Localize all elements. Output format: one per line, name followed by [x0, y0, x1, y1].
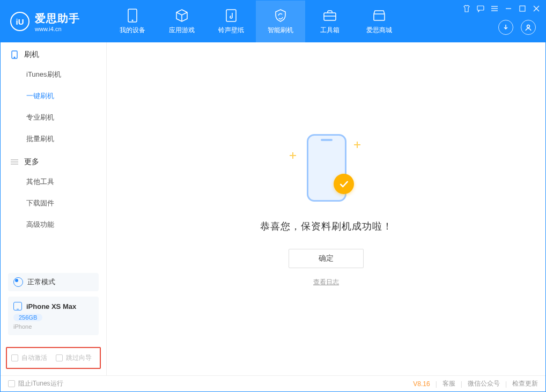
sidebar: 刷机 iTunes刷机 一键刷机 专业刷机 批量刷机 更多 其他工具 下载固件 … [1, 42, 107, 375]
success-illustration [289, 131, 364, 206]
footer-link-check-update[interactable]: 检查更新 [512, 379, 538, 388]
tab-my-device[interactable]: 我的设备 [108, 1, 157, 42]
tab-label: 应用游戏 [169, 26, 195, 35]
checkbox-label: 自动激活 [21, 353, 47, 363]
mode-label: 正常模式 [27, 277, 55, 287]
sidebar-item-advanced[interactable]: 高级功能 [1, 214, 106, 235]
window-controls [463, 5, 540, 12]
svg-rect-12 [520, 6, 525, 11]
cube-icon [175, 9, 189, 23]
ok-button[interactable]: 确定 [289, 249, 364, 268]
logo-area: iU 爱思助手 www.i4.cn [1, 11, 108, 32]
device-panel: 正常模式 iPhone XS Max 256GB iPhone [1, 268, 106, 341]
footer-link-wechat[interactable]: 微信公众号 [468, 379, 500, 388]
device-icon [126, 9, 139, 23]
check-badge-icon [334, 174, 354, 194]
device-card[interactable]: iPhone XS Max 256GB iPhone [8, 297, 99, 335]
phone-icon [10, 50, 19, 59]
toolbox-icon [323, 9, 337, 23]
tab-label: 智能刷机 [268, 26, 293, 35]
checkbox-label: 跳过向导 [66, 353, 92, 363]
version-label: V8.16 [413, 380, 430, 388]
feedback-icon[interactable] [477, 5, 484, 12]
svg-rect-7 [477, 6, 484, 10]
checkbox-label: 阻止iTunes运行 [18, 379, 63, 388]
mode-icon [13, 277, 23, 287]
group-title: 刷机 [24, 50, 39, 60]
checkbox-icon [11, 354, 18, 361]
app-logo-icon: iU [10, 12, 29, 31]
flash-options-highlighted: 自动激活 跳过向导 [6, 347, 101, 369]
view-log-link[interactable]: 查看日志 [313, 278, 339, 287]
music-file-icon [224, 9, 238, 23]
header: iU 爱思助手 www.i4.cn 我的设备 应用游戏 铃声壁纸 智能刷机 工具… [1, 1, 545, 42]
app-subtitle: www.i4.cn [35, 26, 80, 32]
download-icon[interactable] [498, 20, 513, 35]
sparkle-icon [290, 152, 296, 159]
device-storage: 256GB [13, 314, 42, 321]
maximize-icon[interactable] [519, 5, 526, 12]
footer-link-support[interactable]: 客服 [442, 379, 455, 388]
minimize-icon[interactable] [505, 5, 512, 12]
svg-rect-6 [374, 14, 385, 20]
close-icon[interactable] [533, 5, 540, 12]
checkbox-skip-wizard[interactable]: 跳过向导 [56, 353, 92, 363]
checkbox-icon [56, 354, 63, 361]
svg-rect-4 [324, 13, 336, 20]
svg-text:iU: iU [16, 17, 24, 26]
tab-label: 铃声壁纸 [218, 26, 244, 35]
sidebar-item-batch-flash[interactable]: 批量刷机 [1, 128, 106, 150]
menu-icon[interactable] [491, 5, 498, 12]
header-right-actions [498, 20, 536, 35]
tab-apps-games[interactable]: 应用游戏 [157, 1, 206, 42]
sidebar-group-more: 更多 [1, 150, 106, 171]
device-icon [13, 302, 22, 310]
shield-refresh-icon [274, 9, 287, 23]
store-icon [372, 9, 386, 23]
sidebar-item-pro-flash[interactable]: 专业刷机 [1, 107, 106, 128]
device-type: iPhone [13, 323, 93, 330]
tshirt-icon[interactable] [463, 5, 470, 12]
sparkle-icon [354, 142, 360, 148]
tab-label: 爱思商城 [366, 26, 392, 35]
app-title: 爱思助手 [35, 11, 80, 26]
checkbox-auto-activate[interactable]: 自动激活 [11, 353, 47, 363]
tab-ringtones-wallpapers[interactable]: 铃声壁纸 [206, 1, 256, 42]
device-name: iPhone XS Max [26, 302, 76, 310]
tab-toolbox[interactable]: 工具箱 [305, 1, 355, 42]
nav-tabs: 我的设备 应用游戏 铃声壁纸 智能刷机 工具箱 爱思商城 [108, 1, 404, 42]
tab-store[interactable]: 爱思商城 [355, 1, 404, 42]
checkbox-icon [8, 380, 15, 387]
group-title: 更多 [24, 157, 39, 167]
svg-point-17 [14, 57, 15, 58]
user-icon[interactable] [521, 20, 536, 35]
tab-label: 工具箱 [320, 26, 340, 35]
sidebar-item-download-firmware[interactable]: 下载固件 [1, 193, 106, 214]
footer: 阻止iTunes运行 V8.16 | 客服 | 微信公众号 | 检查更新 [1, 375, 545, 391]
sidebar-group-flash: 刷机 [1, 42, 106, 64]
main-content: 恭喜您，保资料刷机成功啦！ 确定 查看日志 [107, 42, 545, 375]
device-mode[interactable]: 正常模式 [8, 273, 99, 291]
success-message: 恭喜您，保资料刷机成功啦！ [260, 220, 393, 233]
tab-smart-flash[interactable]: 智能刷机 [256, 1, 305, 42]
svg-point-15 [527, 25, 530, 28]
tab-label: 我的设备 [120, 26, 145, 35]
sidebar-item-oneclick-flash[interactable]: 一键刷机 [1, 85, 106, 107]
checkbox-block-itunes[interactable]: 阻止iTunes运行 [8, 379, 63, 388]
sidebar-item-other-tools[interactable]: 其他工具 [1, 171, 106, 193]
svg-rect-3 [226, 10, 236, 21]
list-icon [10, 158, 19, 166]
sidebar-item-itunes-flash[interactable]: iTunes刷机 [1, 64, 106, 85]
svg-point-2 [132, 19, 134, 21]
